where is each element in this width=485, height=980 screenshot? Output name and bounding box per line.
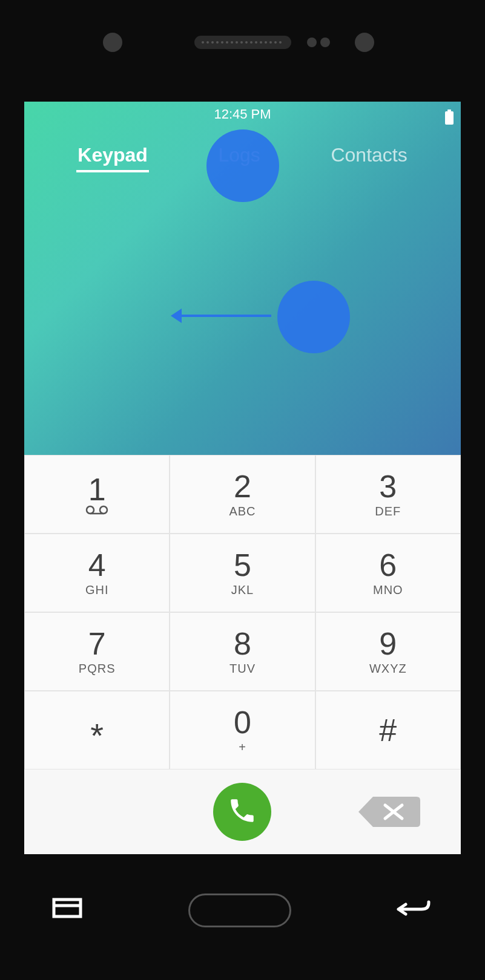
svg-point-1 <box>206 41 209 44</box>
key-letters: MNO <box>373 583 403 597</box>
svg-point-0 <box>202 41 204 44</box>
dialer-action-bar <box>24 769 461 854</box>
key-4[interactable]: 4 GHI <box>24 534 170 612</box>
status-bar: 12:45 PM <box>24 106 461 123</box>
front-camera-2-icon <box>355 33 374 52</box>
key-7[interactable]: 7 PQRS <box>24 612 170 691</box>
key-letters: + <box>239 740 246 754</box>
battery-icon <box>445 111 454 125</box>
status-time: 12:45 PM <box>214 106 271 122</box>
key-1[interactable]: 1 <box>24 455 170 534</box>
svg-point-5 <box>226 41 228 44</box>
touch-indicator-icon <box>277 281 350 353</box>
key-star[interactable]: * <box>24 691 170 769</box>
key-digit: 3 <box>379 471 397 502</box>
tab-keypad[interactable]: Keypad <box>76 140 149 172</box>
key-letters: WXYZ <box>369 662 407 676</box>
call-button[interactable] <box>213 783 271 841</box>
svg-point-10 <box>250 41 252 44</box>
touch-indicator-icon <box>206 129 279 202</box>
dial-keypad: 1 2 ABC 3 DEF 4 GHI 5 JKL <box>24 455 461 854</box>
svg-point-18 <box>100 506 107 514</box>
svg-point-17 <box>87 506 94 514</box>
backspace-icon <box>355 792 421 832</box>
key-letters: ABC <box>229 505 256 518</box>
svg-point-3 <box>216 41 219 44</box>
key-2[interactable]: 2 ABC <box>170 455 315 534</box>
svg-point-15 <box>274 41 277 44</box>
dialer-upper-panel: 12:45 PM Keypad Logs Contacts <box>24 102 461 455</box>
key-letters: PQRS <box>79 662 116 676</box>
key-9[interactable]: 9 WXYZ <box>315 612 461 691</box>
key-letters: DEF <box>375 505 401 518</box>
key-letters: TUV <box>229 662 256 676</box>
svg-point-2 <box>211 41 214 44</box>
svg-point-9 <box>245 41 248 44</box>
key-8[interactable]: 8 TUV <box>170 612 315 691</box>
key-digit: 4 <box>88 549 106 581</box>
key-hash[interactable]: # <box>315 691 461 769</box>
key-3[interactable]: 3 DEF <box>315 455 461 534</box>
key-digit: 7 <box>88 628 106 659</box>
key-digit: 2 <box>234 471 251 502</box>
svg-rect-22 <box>54 900 81 916</box>
swipe-left-arrow-icon <box>180 315 271 317</box>
svg-point-6 <box>231 41 233 44</box>
proximity-sensor-icon <box>307 38 330 47</box>
svg-point-14 <box>269 41 272 44</box>
key-5[interactable]: 5 JKL <box>170 534 315 612</box>
recent-apps-button[interactable] <box>51 897 85 924</box>
phone-hardware-nav <box>0 889 485 932</box>
key-letters: GHI <box>85 583 109 597</box>
key-digit: * <box>90 725 104 746</box>
key-digit: 0 <box>234 707 251 738</box>
earpiece-speaker-icon <box>194 36 291 49</box>
svg-point-11 <box>255 41 257 44</box>
phone-hardware-top <box>0 33 485 52</box>
svg-point-16 <box>279 41 282 44</box>
key-0[interactable]: 0 + <box>170 691 315 769</box>
back-button[interactable] <box>395 897 434 924</box>
phone-icon <box>227 795 257 828</box>
key-6[interactable]: 6 MNO <box>315 534 461 612</box>
home-button[interactable] <box>188 893 291 927</box>
svg-point-4 <box>221 41 223 44</box>
svg-point-13 <box>265 41 267 44</box>
svg-point-7 <box>236 41 238 44</box>
tab-contacts[interactable]: Contacts <box>329 140 408 172</box>
front-camera-icon <box>103 33 122 52</box>
voicemail-icon <box>85 505 108 515</box>
svg-point-12 <box>260 41 262 44</box>
svg-point-8 <box>240 41 243 44</box>
key-digit: # <box>379 714 397 746</box>
key-letters: JKL <box>231 583 254 597</box>
key-digit: 6 <box>379 549 397 581</box>
key-digit: 1 <box>88 474 106 505</box>
backspace-button[interactable] <box>355 792 421 832</box>
key-digit: 5 <box>234 549 251 581</box>
phone-screen: 12:45 PM Keypad Logs Contacts 1 2 ABC <box>24 102 461 854</box>
key-digit: 8 <box>234 628 251 659</box>
key-digit: 9 <box>379 628 397 659</box>
